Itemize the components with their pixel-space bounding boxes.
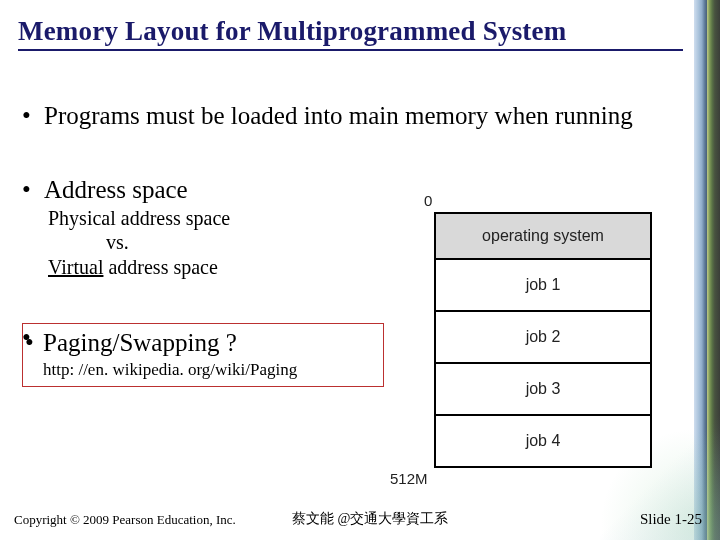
axis-top-label: 0 xyxy=(424,192,432,209)
title-underline xyxy=(18,49,683,51)
boxed-item: Paging/Swapping ? http: //en. wikipedia.… xyxy=(22,323,384,387)
bullet-3-text: Paging/Swapping ? xyxy=(43,328,377,358)
slide: Memory Layout for Multiprogrammed System… xyxy=(0,0,720,540)
mem-row-job3: job 3 xyxy=(436,364,650,416)
bullet-1-text: Programs must be loaded into main memory… xyxy=(44,102,633,129)
slide-title: Memory Layout for Multiprogrammed System xyxy=(18,16,692,47)
memory-diagram: 0 operating system job 1 job 2 job 3 job… xyxy=(378,194,683,487)
mem-row-job4: job 4 xyxy=(436,416,650,468)
memory-stack: operating system job 1 job 2 job 3 job 4 xyxy=(434,212,652,468)
axis-bottom-label: 512M xyxy=(390,470,683,487)
mem-row-job1: job 1 xyxy=(436,260,650,312)
footer: Copyright © 2009 Pearson Education, Inc.… xyxy=(0,506,720,528)
bullet-2-text: Address space xyxy=(44,176,188,203)
footer-slide-number: Slide 1-25 xyxy=(640,511,702,528)
sub-as2: address space xyxy=(103,256,217,278)
bullet-1: Programs must be loaded into main memory… xyxy=(44,101,692,131)
bullet-3-link: http: //en. wikipedia. org/wiki/Paging xyxy=(43,360,377,380)
sub-as1: address space xyxy=(116,207,230,229)
mem-row-os: operating system xyxy=(436,214,650,260)
footer-author: 蔡文能 @交通大學資工系 xyxy=(292,510,448,528)
sub-virtual: Virtual xyxy=(48,256,103,278)
axis-top: 0 xyxy=(378,194,683,212)
footer-copyright: Copyright © 2009 Pearson Education, Inc. xyxy=(14,512,236,528)
mem-row-job2: job 2 xyxy=(436,312,650,364)
sub-physical: Physical xyxy=(48,207,116,229)
